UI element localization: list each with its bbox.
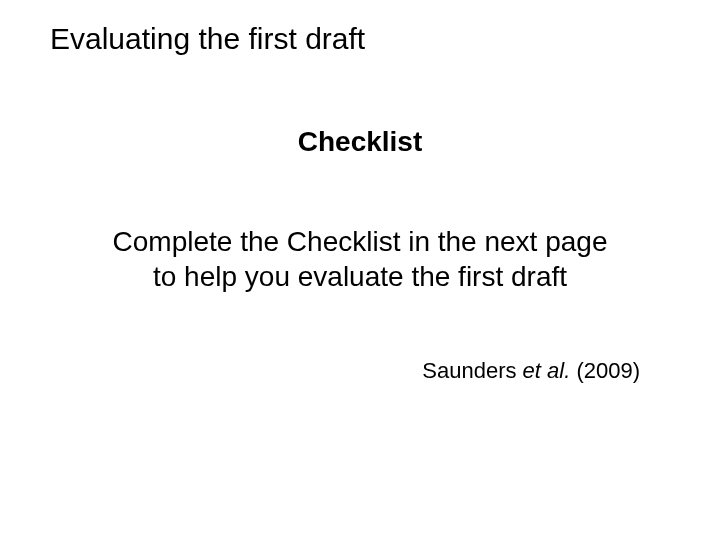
slide-body: Complete the Checklist in the next page … <box>0 224 720 294</box>
body-line-1: Complete the Checklist in the next page <box>0 224 720 259</box>
slide-title: Evaluating the first draft <box>50 22 365 56</box>
slide: Evaluating the first draft Checklist Com… <box>0 0 720 540</box>
slide-subtitle: Checklist <box>0 126 720 158</box>
body-line-2: to help you evaluate the first draft <box>0 259 720 294</box>
citation: Saunders et al. (2009) <box>422 358 640 384</box>
citation-year: (2009) <box>570 358 640 383</box>
citation-etal: et al. <box>523 358 571 383</box>
citation-author: Saunders <box>422 358 522 383</box>
